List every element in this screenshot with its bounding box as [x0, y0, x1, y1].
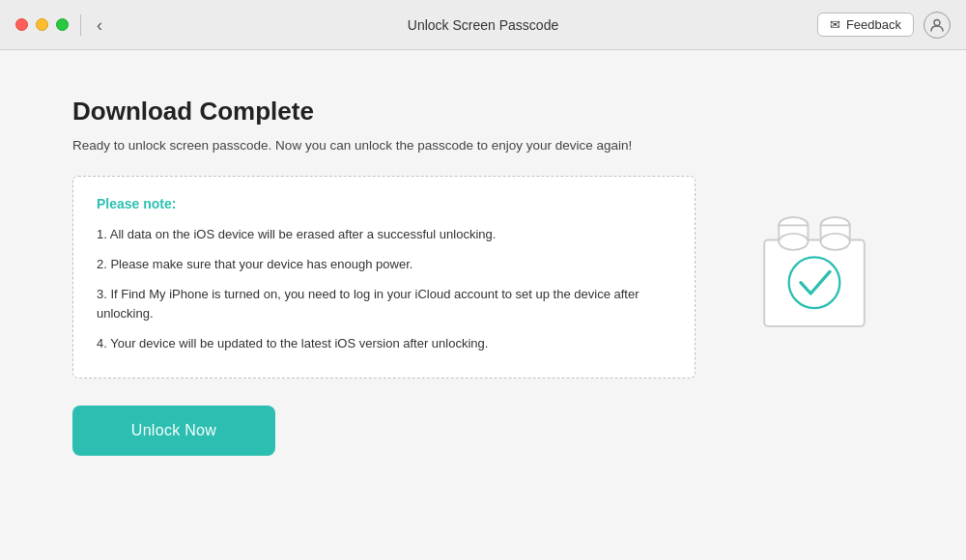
traffic-lights [15, 18, 69, 31]
titlebar-divider [80, 14, 81, 36]
unlock-now-button[interactable]: Unlock Now [72, 406, 275, 456]
lego-illustration [742, 185, 887, 340]
main-content: Download Complete Ready to unlock screen… [0, 50, 966, 560]
svg-point-7 [820, 234, 849, 250]
close-button[interactable] [15, 18, 28, 31]
back-button[interactable]: ‹ [93, 14, 106, 36]
note-item-3: 3. If Find My iPhone is turned on, you n… [97, 285, 671, 325]
user-account-button[interactable] [923, 12, 951, 39]
svg-point-0 [934, 19, 940, 25]
titlebar-right: ✉ Feedback [817, 12, 951, 39]
main-area: Please note: 1. All data on the iOS devi… [72, 176, 894, 378]
note-item-1: 1. All data on the iOS device will be er… [97, 225, 671, 245]
titlebar: ‹ Unlock Screen Passcode ✉ Feedback [0, 0, 966, 50]
notes-box: Please note: 1. All data on the iOS devi… [72, 176, 696, 378]
note-label: Please note: [97, 196, 671, 211]
illustration [734, 185, 894, 340]
svg-point-4 [779, 234, 808, 250]
feedback-button[interactable]: ✉ Feedback [817, 13, 914, 37]
feedback-label: Feedback [846, 17, 901, 32]
maximize-button[interactable] [56, 18, 69, 31]
svg-rect-1 [764, 239, 865, 325]
minimize-button[interactable] [36, 18, 48, 31]
user-icon [929, 17, 945, 33]
titlebar-title: Unlock Screen Passcode [408, 17, 558, 33]
page-title: Download Complete [72, 97, 894, 126]
page-subtitle: Ready to unlock screen passcode. Now you… [72, 138, 894, 153]
note-item-4: 4. Your device will be updated to the la… [97, 334, 671, 354]
mail-icon: ✉ [830, 17, 840, 32]
note-item-2: 2. Please make sure that your device has… [97, 255, 671, 275]
